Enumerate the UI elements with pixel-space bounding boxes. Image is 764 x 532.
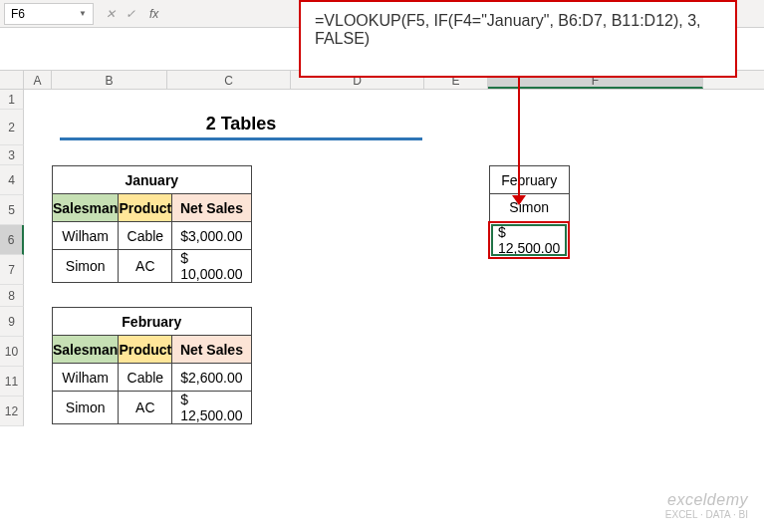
lookup-name[interactable]: Simon [489,194,569,222]
cell-netsales[interactable]: $10,000.00 [172,250,251,283]
col-header-B[interactable]: B [52,71,167,89]
grid: ABCDEF 123456789101112 2 Tables January … [0,70,764,532]
row-header-11[interactable]: 11 [0,367,24,397]
col-header-A[interactable]: A [24,71,52,89]
col-salesman: Salesman [53,194,119,222]
table-february: February Salesman Product Net Sales Wilh… [52,307,252,424]
chevron-down-icon[interactable]: ▼ [79,9,87,18]
lookup-panel: February Simon $12,500.00 [488,165,570,259]
row-header-3[interactable]: 3 [0,145,24,165]
table-row: Wilham Cable $3,000.00 [53,222,252,250]
cell-netsales[interactable]: $3,000.00 [172,222,251,250]
col-header-C[interactable]: C [167,71,291,89]
table-row: Wilham Cable $2,600.00 [53,364,252,392]
row-header-8[interactable]: 8 [0,285,24,307]
row-header-1[interactable]: 1 [0,90,24,110]
watermark-tag: EXCEL · DATA · BI [665,509,748,520]
col-product: Product [119,336,172,364]
row-headers: 123456789101112 [0,90,24,426]
cell-salesman[interactable]: Wilham [53,222,119,250]
lookup-month[interactable]: February [489,166,569,194]
row-header-6[interactable]: 6 [0,225,24,255]
cell-product[interactable]: Cable [119,364,172,392]
col-salesman: Salesman [53,336,119,364]
cancel-icon[interactable]: ✕ [106,7,116,21]
callout-arrow-icon [512,195,526,205]
name-box[interactable]: F6 ▼ [4,3,94,25]
table-january: January Salesman Product Net Sales Wilha… [52,165,252,283]
watermark: exceldemy EXCEL · DATA · BI [665,491,748,520]
col-product: Product [119,194,172,222]
row-header-10[interactable]: 10 [0,337,24,367]
row-header-12[interactable]: 12 [0,397,24,426]
cell-netsales[interactable]: $2,600.00 [172,364,251,392]
row-header-7[interactable]: 7 [0,255,24,285]
cell-salesman[interactable]: Simon [53,250,119,283]
formula-callout: =VLOOKUP(F5, IF(F4="January", B6:D7, B11… [299,0,737,78]
table-row: Simon AC $12,500.00 [53,392,252,424]
row-header-5[interactable]: 5 [0,195,24,225]
table-month-header: January [53,166,252,194]
formula-text: =VLOOKUP(F5, IF(F4="January", B6:D7, B11… [315,12,701,47]
cell-product[interactable]: AC [119,250,172,283]
row-header-2[interactable]: 2 [0,110,24,145]
page-title: 2 Tables [60,114,422,140]
cell-product[interactable]: AC [119,392,172,424]
cell-netsales[interactable]: $12,500.00 [172,392,251,424]
lookup-result-cell[interactable]: $12,500.00 [489,222,569,258]
formula-bar-icons: ✕ ✓ fx [94,7,170,21]
cell-salesman[interactable]: Simon [53,392,119,424]
table-row: Simon AC $10,000.00 [53,250,252,283]
fx-icon[interactable]: fx [149,7,158,21]
name-box-value: F6 [11,7,25,21]
cell-product[interactable]: Cable [119,222,172,250]
row-header-9[interactable]: 9 [0,307,24,337]
col-netsales: Net Sales [172,336,251,364]
table-month-header: February [53,308,252,336]
select-all-corner[interactable] [0,71,24,89]
enter-icon[interactable]: ✓ [126,7,135,21]
row-header-4[interactable]: 4 [0,165,24,195]
watermark-brand: exceldemy [665,491,748,509]
col-netsales: Net Sales [172,194,251,222]
cell-salesman[interactable]: Wilham [53,364,119,392]
